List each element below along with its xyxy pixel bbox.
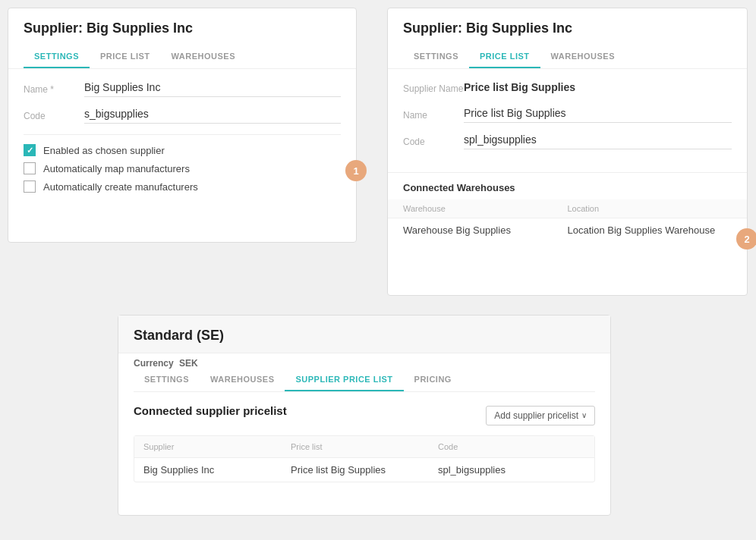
field-supplier-name: Supplier Name Price list Big Supplies — [403, 81, 732, 96]
card3-header: Standard (SE) — [118, 316, 610, 353]
tab-settings-1[interactable]: SETTINGS — [24, 46, 90, 68]
add-btn-label: Add supplier pricelist — [494, 410, 578, 421]
currency-value: SEK — [179, 358, 198, 369]
wh-table-row: Warehouse Big Supplies Location Big Supp… — [388, 218, 747, 242]
wh-cell-location: Location Big Supplies Warehouse — [568, 224, 732, 236]
connected-pricelist-header: Connected supplier pricelist Add supplie… — [134, 404, 595, 426]
checkbox-create-box[interactable] — [24, 181, 36, 193]
card3-body: Connected supplier pricelist Add supplie… — [118, 392, 610, 494]
card-standard: Standard (SE) Currency SEK SETTINGS WARE… — [118, 315, 611, 516]
checkbox-enabled-label: Enabled as chosen supplier — [43, 145, 165, 156]
pl-cell-supplier: Big Supplies Inc — [143, 464, 291, 476]
card-supplier-settings: Supplier: Big Supplies Inc SETTINGS PRIC… — [8, 8, 357, 243]
pl-cell-code: spl_bigsupplies — [438, 464, 585, 476]
badge-2: 2 — [736, 228, 756, 250]
tab-warehouses-3[interactable]: WAREHOUSES — [200, 369, 285, 391]
label-name: Name * — [24, 84, 84, 95]
card2-title: Supplier: Big Supplies Inc — [403, 20, 732, 36]
label-pl-name: Name — [403, 110, 464, 121]
tab-pricing-3[interactable]: PRICING — [404, 369, 462, 391]
checkbox-create-label: Automatically create manufacturers — [43, 181, 198, 193]
pl-col-code: Code — [438, 442, 585, 451]
tab-supplier-pricelist-3[interactable]: SUPPLIER PRICE LIST — [285, 369, 403, 391]
card1-header: Supplier: Big Supplies Inc SETTINGS PRIC… — [8, 8, 356, 69]
value-code[interactable]: s_bigsupplies — [84, 108, 341, 124]
badge-1: 1 — [345, 160, 367, 181]
label-supplier-name: Supplier Name — [403, 83, 464, 94]
checkbox-map-label: Automatically map manufacturers — [43, 163, 190, 174]
wh-col-location: Location — [568, 204, 732, 213]
field-name: Name * Big Supplies Inc — [24, 81, 341, 97]
tab-warehouses-2[interactable]: WAREHOUSES — [540, 46, 625, 68]
pl-table-row: Big Supplies Inc Price list Big Supplies… — [134, 457, 594, 482]
pl-col-pricelist: Price list — [291, 442, 438, 451]
label-pl-code: Code — [403, 137, 464, 147]
checkbox-enabled-box[interactable] — [24, 144, 36, 156]
currency-row: Currency SEK — [118, 353, 610, 369]
card2-body: Supplier Name Price list Big Supplies Na… — [388, 69, 747, 172]
checkbox-map[interactable]: Automatically map manufacturers — [24, 162, 341, 174]
currency-label-text: Currency — [134, 358, 174, 369]
value-supplier-name: Price list Big Supplies — [464, 81, 732, 96]
card2-header: Supplier: Big Supplies Inc SETTINGS PRIC… — [388, 8, 747, 69]
tab-settings-3[interactable]: SETTINGS — [134, 369, 200, 391]
tab-pricelist-1[interactable]: PRICE LIST — [90, 46, 161, 68]
label-code: Code — [24, 111, 84, 121]
tab-pricelist-2[interactable]: PRICE LIST — [469, 46, 540, 68]
field-pl-name: Name Price list Big Supplies — [403, 107, 732, 123]
card1-title: Supplier: Big Supplies Inc — [24, 20, 341, 36]
checkbox-create[interactable]: Automatically create manufacturers — [24, 181, 341, 193]
tab-warehouses-1[interactable]: WAREHOUSES — [161, 46, 246, 68]
pl-cell-pricelist: Price list Big Supplies — [291, 464, 438, 476]
wh-table-header: Warehouse Location — [388, 199, 747, 218]
value-name[interactable]: Big Supplies Inc — [84, 81, 341, 97]
value-pl-name[interactable]: Price list Big Supplies — [464, 107, 732, 123]
pl-table-header: Supplier Price list Code — [134, 436, 594, 457]
wh-col-warehouse: Warehouse — [403, 204, 568, 213]
connected-warehouses-title: Connected Warehouses — [388, 172, 747, 199]
card3-tabs: SETTINGS WAREHOUSES SUPPLIER PRICE LIST … — [134, 369, 595, 392]
card3-title: Standard (SE) — [134, 328, 595, 344]
card-pricelist: Supplier: Big Supplies Inc SETTINGS PRIC… — [387, 8, 748, 296]
card1-body: Name * Big Supplies Inc Code s_bigsuppli… — [8, 69, 356, 211]
value-pl-code[interactable]: spl_bigsupplies — [464, 133, 732, 149]
wh-cell-warehouse: Warehouse Big Supplies — [403, 224, 568, 236]
tab-settings-2[interactable]: SETTINGS — [403, 46, 469, 68]
field-pl-code: Code spl_bigsupplies — [403, 133, 732, 149]
checkbox-map-box[interactable] — [24, 162, 36, 174]
pl-col-supplier: Supplier — [143, 442, 291, 451]
checkbox-enabled[interactable]: Enabled as chosen supplier — [24, 144, 341, 156]
connected-pricelist-title: Connected supplier pricelist — [134, 404, 287, 417]
card2-tabs: SETTINGS PRICE LIST WAREHOUSES — [403, 46, 732, 68]
card1-tabs: SETTINGS PRICE LIST WAREHOUSES — [24, 46, 341, 68]
field-code: Code s_bigsupplies — [24, 108, 341, 124]
add-supplier-pricelist-button[interactable]: Add supplier pricelist — [486, 406, 595, 425]
